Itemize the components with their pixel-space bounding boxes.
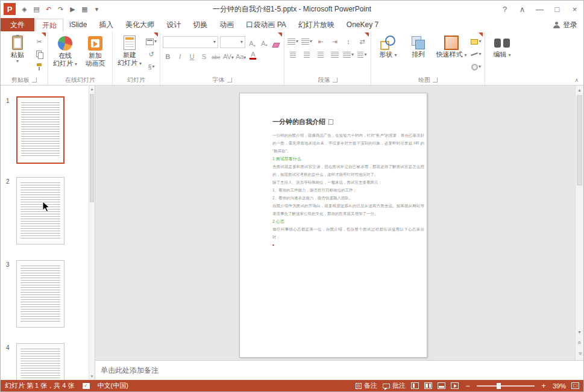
slide-thumbnail-1[interactable] [16, 96, 64, 164]
tab-onekey[interactable]: OneKey 7 [341, 18, 385, 31]
redo-icon[interactable]: ↷ [55, 3, 66, 15]
slide-canvas[interactable]: 一分钟的自我介绍 一分钟的自我介绍，就像商品广告，在短短六十秒内，针对“客户”的… [95, 86, 575, 360]
shape-fill-button[interactable]: ▾ [470, 36, 482, 47]
undo-icon[interactable]: ↶ [43, 3, 54, 15]
character-spacing-button[interactable]: AV▾ [223, 51, 234, 61]
scrollbar-thumb[interactable] [90, 94, 94, 202]
tab-pocket-animation[interactable]: 口袋动画 PA [240, 18, 292, 31]
previous-slide-button[interactable]: « [576, 339, 584, 347]
tab-slideshow[interactable]: 幻灯片放映 [292, 18, 341, 31]
convert-smartart-button[interactable]: ▾ [356, 49, 368, 60]
italic-button[interactable]: I [175, 51, 185, 61]
font-name-combo[interactable]: ▾ [163, 36, 218, 48]
new-slide-button[interactable]: 新建 幻灯片 ▾ [115, 33, 144, 75]
reset-button[interactable]: ↺ [145, 49, 157, 60]
zoom-slider[interactable] [477, 385, 535, 387]
bullets-button[interactable]: ▾ [287, 36, 299, 47]
align-center-button[interactable] [301, 49, 313, 60]
reading-view-button[interactable] [438, 382, 445, 389]
scrollbar-thumb[interactable] [577, 95, 582, 185]
tab-animations[interactable]: 动画 [213, 18, 240, 31]
canvas-scrollbar[interactable]: ▲ ▼ « « [575, 86, 583, 360]
bold-button[interactable]: B [163, 51, 173, 61]
language-indicator[interactable]: 中文(中国) [98, 381, 128, 390]
copy-button[interactable] [33, 49, 45, 60]
align-left-button[interactable] [287, 49, 299, 60]
customize-qat-icon[interactable]: ▾ [91, 3, 102, 15]
zoom-level[interactable]: 39% [553, 382, 566, 390]
dialog-launcher-icon[interactable] [433, 78, 438, 82]
shape-outline-button[interactable]: ▾ [470, 49, 482, 60]
fit-slide-to-window-button[interactable] [571, 382, 579, 389]
line-spacing-button[interactable]: ↕ [342, 36, 354, 47]
comments-toggle-button[interactable]: 批注 [383, 381, 406, 390]
ribbon-display-options-button[interactable]: ∧ [513, 1, 531, 17]
change-case-button[interactable]: Aa▾ [236, 51, 246, 61]
next-slide-button[interactable]: « [576, 350, 584, 358]
normal-view-button[interactable] [411, 382, 419, 389]
editing-button[interactable]: 编辑 ▾ [488, 33, 516, 75]
slideshow-from-start-icon[interactable]: ▶ [67, 3, 78, 15]
text-direction-button[interactable]: ⇄ [356, 36, 368, 47]
justify-button[interactable] [328, 49, 341, 60]
slide-thumbnail-3[interactable] [16, 260, 64, 328]
layout-button[interactable]: ▾ [145, 36, 157, 47]
quick-styles-button[interactable]: 快速样式 ▾ [434, 33, 469, 75]
slideshow-view-button[interactable] [451, 382, 459, 389]
zoom-in-button[interactable]: + [540, 382, 547, 390]
scroll-down-icon[interactable]: ▼ [89, 373, 95, 380]
scroll-up-icon[interactable]: ▲ [576, 86, 583, 94]
tab-insert[interactable]: 插入 [93, 18, 119, 31]
slide-title[interactable]: 一分钟的自我介绍 [272, 117, 424, 126]
tab-home[interactable]: 开始 [36, 19, 63, 32]
online-slides-button[interactable]: 在线 幻灯片 ▾ [51, 33, 80, 75]
section-button[interactable]: §▾ [145, 61, 157, 72]
dialog-launcher-icon[interactable] [227, 78, 232, 82]
zoom-slider-thumb[interactable] [497, 383, 501, 389]
collapse-ribbon-button[interactable]: ∧ [574, 77, 579, 83]
zoom-out-button[interactable]: − [464, 382, 471, 390]
slide-body-text[interactable]: 一分钟的自我介绍，就像商品广告，在短短六十秒内，针对“客户”的需要，将自己最美好… [272, 131, 424, 249]
tab-design[interactable]: 设计 [160, 18, 187, 31]
help-button[interactable]: ? [496, 1, 513, 17]
columns-button[interactable]: ▾ [342, 49, 354, 60]
font-color-button[interactable]: A [248, 51, 258, 61]
new-animation-page-button[interactable]: 新加 动画页 [81, 33, 110, 75]
shapes-button[interactable]: 形状 ▾ [374, 33, 403, 75]
minimize-button[interactable]: — [531, 1, 548, 17]
notes-toggle-button[interactable]: 备注 [356, 381, 377, 390]
slide-sorter-view-button[interactable] [424, 382, 432, 389]
save-icon[interactable]: ▤ [31, 3, 42, 15]
underline-button[interactable]: U [187, 51, 197, 61]
text-shadow-button[interactable]: S [199, 51, 209, 61]
sign-in-button[interactable]: 登录 [553, 18, 583, 31]
align-right-button[interactable] [315, 49, 327, 60]
cut-button[interactable]: ✂ [33, 36, 45, 47]
dialog-launcher-icon[interactable] [333, 78, 338, 82]
close-button[interactable]: × [566, 1, 583, 17]
pin-icon[interactable]: ◈ [19, 3, 30, 15]
numbering-button[interactable]: ▾ [301, 36, 313, 47]
strikethrough-button[interactable]: abc [211, 51, 221, 61]
tab-file[interactable]: 文件 [1, 18, 34, 31]
maximize-button[interactable]: □ [548, 1, 566, 17]
dialog-launcher-icon[interactable] [32, 78, 37, 82]
notes-pane[interactable]: 单击此处添加备注 [95, 360, 583, 381]
paste-button[interactable]: 粘贴 ▾ [3, 33, 32, 75]
slide-thumbnail-2[interactable] [16, 177, 64, 244]
increase-indent-button[interactable]: ⇥ [328, 36, 341, 47]
tab-islide[interactable]: iSlide [63, 18, 93, 31]
thumbnail-scrollbar[interactable]: ▲ ▼ [89, 86, 95, 380]
shrink-font-button[interactable]: A▾ [259, 37, 269, 48]
spell-check-icon[interactable]: ✓ [83, 383, 90, 389]
format-painter-button[interactable] [33, 61, 45, 72]
shape-effects-button[interactable]: ▾ [470, 61, 482, 72]
table-icon[interactable]: ▦ [79, 3, 90, 15]
font-size-combo[interactable]: ▾ [220, 36, 245, 48]
clear-formatting-button[interactable] [271, 37, 281, 48]
tab-transitions[interactable]: 切换 [187, 18, 213, 31]
grow-font-button[interactable]: A▴ [247, 37, 257, 48]
scroll-down-icon[interactable]: ▼ [576, 328, 583, 336]
tab-beautify[interactable]: 美化大师 [119, 18, 160, 31]
decrease-indent-button[interactable]: ⇤ [315, 36, 327, 47]
